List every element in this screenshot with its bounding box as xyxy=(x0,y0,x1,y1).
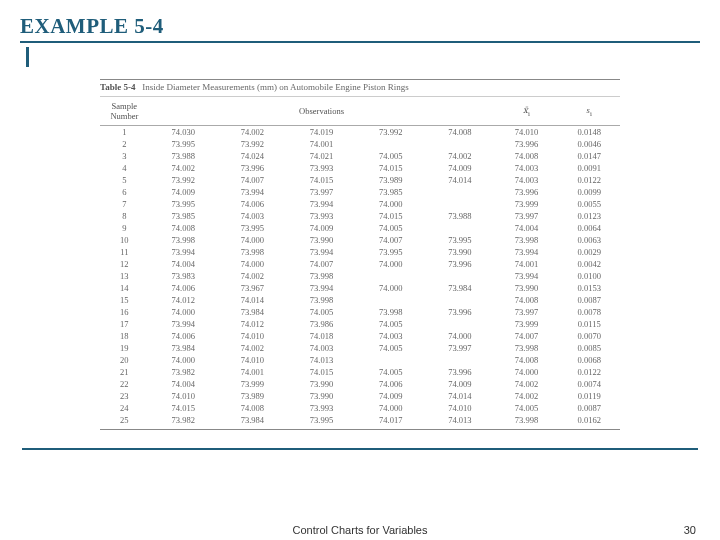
cell-s: 0.0153 xyxy=(558,282,620,294)
table-caption-text: Inside Diameter Measurements (mm) on Aut… xyxy=(142,82,408,92)
cell-xbar: 73.997 xyxy=(494,210,558,222)
cell-observation: 74.021 xyxy=(287,150,356,162)
cell-observation: 73.985 xyxy=(149,210,218,222)
cell-xbar: 73.990 xyxy=(494,282,558,294)
cell-sample-number: 23 xyxy=(100,390,149,402)
cell-observation: 73.993 xyxy=(287,162,356,174)
cell-xbar: 74.001 xyxy=(494,258,558,270)
cell-observation: 74.000 xyxy=(425,330,494,342)
cell-observation: 74.009 xyxy=(425,162,494,174)
cell-observation: 73.998 xyxy=(218,246,287,258)
cell-observation: 73.988 xyxy=(425,210,494,222)
cell-observation: 74.013 xyxy=(287,354,356,366)
cell-observation: 74.003 xyxy=(356,330,425,342)
table-row: 273.99573.99274.00173.9960.0046 xyxy=(100,138,620,150)
cell-xbar: 74.005 xyxy=(494,402,558,414)
cell-observation: 74.015 xyxy=(356,162,425,174)
cell-observation: 73.994 xyxy=(287,198,356,210)
table-row: 174.03074.00274.01973.99274.00874.0100.0… xyxy=(100,126,620,139)
cell-observation: 74.009 xyxy=(149,186,218,198)
cell-observation: 73.990 xyxy=(287,390,356,402)
cell-observation: 74.010 xyxy=(149,390,218,402)
cell-observation: 74.005 xyxy=(356,342,425,354)
table-number: Table 5-4 xyxy=(100,82,135,92)
cell-observation: 73.988 xyxy=(149,150,218,162)
cell-s: 0.0123 xyxy=(558,210,620,222)
cell-observation: 74.000 xyxy=(218,234,287,246)
table-row: 2474.01574.00873.99374.00074.01074.0050.… xyxy=(100,402,620,414)
cell-s: 0.0063 xyxy=(558,234,620,246)
cell-observation: 74.004 xyxy=(149,258,218,270)
cell-s: 0.0064 xyxy=(558,222,620,234)
cell-observation xyxy=(425,198,494,210)
cell-observation: 74.015 xyxy=(149,402,218,414)
cell-observation: 74.000 xyxy=(356,258,425,270)
cell-observation: 74.000 xyxy=(149,306,218,318)
cell-sample-number: 2 xyxy=(100,138,149,150)
cell-s: 0.0100 xyxy=(558,270,620,282)
cell-observation: 74.002 xyxy=(149,162,218,174)
text-cursor-indicator xyxy=(26,47,29,67)
cell-observation: 74.007 xyxy=(287,258,356,270)
bottom-divider xyxy=(22,448,698,450)
cell-observation: 73.994 xyxy=(149,318,218,330)
table-row: 974.00873.99574.00974.00574.0040.0064 xyxy=(100,222,620,234)
col-s: i xyxy=(558,97,620,126)
cell-sample-number: 12 xyxy=(100,258,149,270)
cell-observation: 74.010 xyxy=(218,354,287,366)
cell-observation: 73.996 xyxy=(425,306,494,318)
cell-observation: 73.986 xyxy=(287,318,356,330)
cell-xbar: 74.007 xyxy=(494,330,558,342)
cell-observation: 74.015 xyxy=(287,366,356,378)
cell-observation: 74.012 xyxy=(149,294,218,306)
cell-observation xyxy=(356,270,425,282)
table-row: 2173.98274.00174.01574.00573.99674.0000.… xyxy=(100,366,620,378)
table-row: 1874.00674.01074.01874.00374.00074.0070.… xyxy=(100,330,620,342)
cell-observation: 73.982 xyxy=(149,366,218,378)
cell-observation: 74.008 xyxy=(149,222,218,234)
table-row: 1274.00474.00074.00774.00073.99674.0010.… xyxy=(100,258,620,270)
cell-observation: 73.984 xyxy=(218,306,287,318)
cell-observation: 73.998 xyxy=(287,294,356,306)
cell-observation: 74.003 xyxy=(218,210,287,222)
cell-observation: 74.008 xyxy=(425,126,494,139)
cell-observation: 74.010 xyxy=(218,330,287,342)
cell-observation: 73.994 xyxy=(287,282,356,294)
cell-observation: 73.995 xyxy=(149,198,218,210)
cell-observation: 73.995 xyxy=(356,246,425,258)
cell-observation: 73.995 xyxy=(218,222,287,234)
table-row: 573.99274.00774.01573.98974.01474.0030.0… xyxy=(100,174,620,186)
cell-observation: 74.007 xyxy=(218,174,287,186)
table-row: 2274.00473.99973.99074.00674.00974.0020.… xyxy=(100,378,620,390)
cell-xbar: 74.008 xyxy=(494,294,558,306)
cell-s: 0.0070 xyxy=(558,330,620,342)
cell-observation: 74.000 xyxy=(356,402,425,414)
example-heading: EXAMPLE 5-4 xyxy=(20,14,700,43)
cell-observation: 74.015 xyxy=(287,174,356,186)
cell-xbar: 73.996 xyxy=(494,186,558,198)
cell-observation: 74.014 xyxy=(218,294,287,306)
cell-observation: 73.990 xyxy=(287,234,356,246)
table-row: 1474.00673.96773.99474.00073.98473.9900.… xyxy=(100,282,620,294)
cell-s: 0.0122 xyxy=(558,366,620,378)
cell-sample-number: 16 xyxy=(100,306,149,318)
cell-xbar: 73.998 xyxy=(494,414,558,430)
cell-sample-number: 25 xyxy=(100,414,149,430)
cell-s: 0.0029 xyxy=(558,246,620,258)
cell-sample-number: 17 xyxy=(100,318,149,330)
cell-sample-number: 18 xyxy=(100,330,149,342)
cell-sample-number: 9 xyxy=(100,222,149,234)
cell-s: 0.0122 xyxy=(558,174,620,186)
cell-observation: 74.006 xyxy=(356,378,425,390)
cell-s: 0.0042 xyxy=(558,258,620,270)
cell-observation: 74.014 xyxy=(425,390,494,402)
cell-observation: 73.967 xyxy=(218,282,287,294)
cell-observation: 74.018 xyxy=(287,330,356,342)
page-number: 30 xyxy=(684,524,696,536)
cell-observation: 74.000 xyxy=(218,258,287,270)
cell-observation: 74.006 xyxy=(218,198,287,210)
cell-s: 0.0162 xyxy=(558,414,620,430)
cell-sample-number: 20 xyxy=(100,354,149,366)
cell-observation xyxy=(425,270,494,282)
cell-observation xyxy=(425,294,494,306)
